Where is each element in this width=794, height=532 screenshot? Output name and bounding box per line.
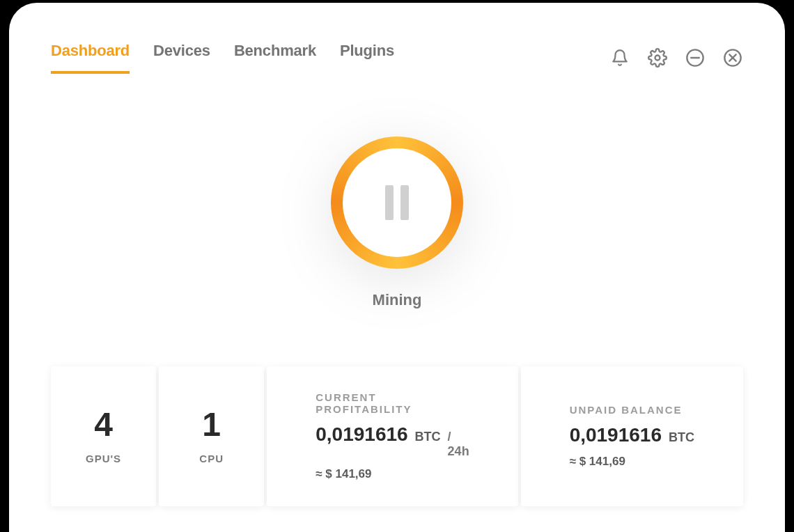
settings-button[interactable]	[647, 47, 668, 68]
notifications-button[interactable]	[609, 47, 630, 68]
mining-status-label: Mining	[373, 291, 422, 309]
balance-card: UNPAID BALANCE 0,0191616 BTC ≈ $ 141,69	[521, 366, 743, 506]
close-button[interactable]	[722, 47, 743, 68]
profitability-amount: 0,0191616	[316, 423, 407, 446]
cpu-card: 1 CPU	[159, 366, 264, 506]
profitability-approx: ≈ $ 141,69	[316, 467, 469, 481]
minimize-circle-icon	[685, 48, 705, 68]
profitability-value-row: 0,0191616 BTC / 24h	[316, 423, 469, 459]
balance-approx: ≈ $ 141,69	[570, 455, 694, 469]
minimize-button[interactable]	[685, 47, 706, 68]
tab-devices[interactable]: Devices	[153, 42, 210, 74]
bell-icon	[611, 49, 629, 67]
gear-icon	[648, 48, 667, 68]
mining-toggle-button[interactable]	[331, 136, 463, 269]
nav-tabs: Dashboard Devices Benchmark Plugins	[51, 42, 394, 74]
balance-amount: 0,0191616	[570, 424, 662, 446]
tab-plugins[interactable]: Plugins	[340, 42, 394, 74]
profitability-period: / 24h	[448, 430, 469, 459]
gpu-count: 4	[94, 408, 113, 441]
app-window: Dashboard Devices Benchmark Plugins	[9, 3, 785, 532]
cpu-count: 1	[202, 408, 221, 441]
tab-dashboard[interactable]: Dashboard	[51, 42, 130, 74]
profitability-unit: BTC	[415, 430, 441, 444]
mining-button-inner	[343, 148, 451, 257]
gpu-card: 4 GPU'S	[51, 366, 156, 506]
profitability-title: CURRENT PROFITABILITY	[316, 391, 469, 415]
balance-title: UNPAID BALANCE	[570, 404, 694, 416]
svg-point-0	[655, 56, 660, 61]
stats-cards: 4 GPU'S 1 CPU CURRENT PROFITABILITY 0,01…	[51, 366, 743, 506]
top-bar: Dashboard Devices Benchmark Plugins	[51, 42, 743, 74]
system-icons	[609, 47, 743, 68]
gpu-label: GPU'S	[86, 453, 121, 464]
profitability-card: CURRENT PROFITABILITY 0,0191616 BTC / 24…	[267, 366, 517, 506]
balance-unit: BTC	[669, 430, 694, 445]
mining-control: Mining	[51, 136, 743, 309]
pause-icon	[385, 185, 409, 220]
balance-value-row: 0,0191616 BTC	[570, 424, 694, 446]
cpu-label: CPU	[199, 453, 224, 464]
tab-benchmark[interactable]: Benchmark	[234, 42, 316, 74]
close-circle-icon	[723, 48, 742, 68]
